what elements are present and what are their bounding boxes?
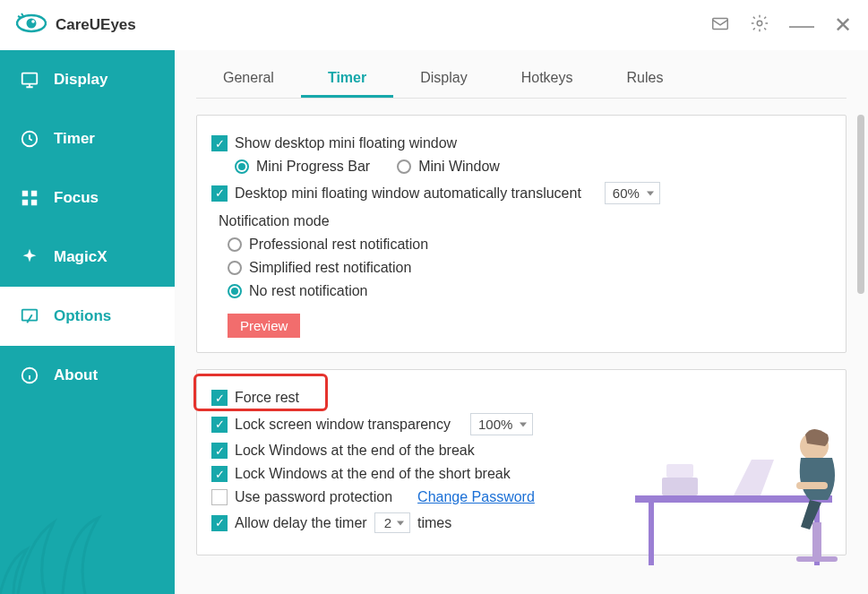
svg-rect-21 [796,556,838,562]
sidebar-item-label: Timer [54,130,95,148]
tab-general[interactable]: General [196,59,301,98]
radio-notif-pro[interactable] [228,237,242,252]
svg-rect-10 [31,200,37,205]
checkbox-show-floating[interactable]: ✓ [211,135,228,151]
svg-point-4 [757,21,762,26]
sidebar-item-timer[interactable]: Timer [0,109,175,168]
close-button[interactable]: ✕ [834,13,852,38]
preview-button[interactable]: Preview [228,314,300,338]
link-change-password[interactable]: Change Password [417,489,535,505]
sparkle-icon [20,247,39,267]
app-logo: CareUEyes [16,13,136,38]
sidebar-item-options[interactable]: Options [0,287,175,346]
radio-mini-progress[interactable] [235,159,249,174]
svg-rect-5 [22,73,38,84]
checkbox-password[interactable] [211,489,228,505]
label-allow-delay-post: times [417,515,451,531]
radio-mini-window[interactable] [397,159,411,174]
monitor-icon [20,70,39,90]
label-notif-none: No rest notification [249,283,368,299]
sidebar-item-label: MagicX [54,248,107,266]
checkbox-lock-end-break[interactable]: ✓ [211,443,228,459]
sidebar: Display Timer Focus MagicX Options About [0,50,175,594]
mail-icon[interactable] [710,13,730,38]
tab-display[interactable]: Display [393,59,494,98]
label-show-floating: Show desktop mini floating window [235,135,457,151]
tab-timer[interactable]: Timer [301,59,393,98]
tab-rules[interactable]: Rules [599,59,690,98]
sidebar-item-about[interactable]: About [0,346,175,405]
svg-rect-3 [713,18,728,29]
label-mini-progress: Mini Progress Bar [256,159,370,175]
titlebar: CareUEyes — ✕ [0,0,868,50]
radio-notif-none[interactable] [228,284,242,298]
select-transparency[interactable]: 100% [470,413,533,435]
info-icon [20,366,39,385]
clock-icon [20,129,39,149]
label-notif-pro: Professional rest notification [249,237,428,253]
tabs: General Timer Display Hotkeys Rules [196,59,847,99]
main-content: General Timer Display Hotkeys Rules ✓ Sh… [175,50,868,594]
select-delay-times[interactable]: 2 [374,512,410,533]
checkbox-allow-delay[interactable]: ✓ [211,515,228,531]
label-lock-end-short: Lock Windows at the end of the short bre… [235,466,511,482]
label-allow-delay-pre: Allow delay the timer [235,515,367,531]
radio-notif-simple[interactable] [228,261,242,275]
sidebar-item-label: Focus [54,189,99,207]
checkbox-auto-translucent[interactable]: ✓ [211,185,228,202]
svg-rect-7 [22,191,28,196]
checkbox-force-rest[interactable]: ✓ [211,390,228,406]
svg-rect-8 [31,191,37,196]
svg-rect-9 [22,200,28,205]
sidebar-item-label: About [54,366,98,384]
grid-icon [20,188,39,208]
label-notif-simple: Simplified rest notification [249,260,411,276]
options-icon [20,306,39,326]
gear-icon[interactable] [750,13,769,38]
svg-point-2 [31,20,35,23]
label-password: Use password protection [235,489,392,505]
label-mini-window: Mini Window [418,159,500,175]
force-rest-panel: ✓ Force rest ✓ Lock screen window transp… [196,369,847,555]
checkbox-lock-transparency[interactable]: ✓ [211,417,228,433]
sidebar-item-label: Display [54,71,107,89]
checkbox-lock-end-short[interactable]: ✓ [211,466,228,482]
sidebar-item-magicx[interactable]: MagicX [0,228,175,287]
svg-point-1 [27,19,37,29]
decorative-leaves [0,433,175,594]
eye-icon [16,13,47,38]
select-translucent[interactable]: 60% [605,182,660,204]
sidebar-item-display[interactable]: Display [0,50,175,109]
sidebar-item-label: Options [54,307,111,325]
minimize-button[interactable]: — [789,21,814,30]
scrollbar[interactable] [857,115,864,294]
label-lock-transparency: Lock screen window transparency [235,417,451,433]
tab-hotkeys[interactable]: Hotkeys [494,59,600,98]
app-name: CareUEyes [56,16,136,34]
label-lock-end-break: Lock Windows at the end of the break [235,443,475,459]
floating-window-panel: ✓ Show desktop mini floating window Mini… [196,115,847,353]
label-notification-mode: Notification mode [219,213,831,229]
sidebar-item-focus[interactable]: Focus [0,168,175,228]
label-force-rest: Force rest [235,390,299,406]
label-auto-translucent: Desktop mini floating window automatical… [235,185,581,202]
